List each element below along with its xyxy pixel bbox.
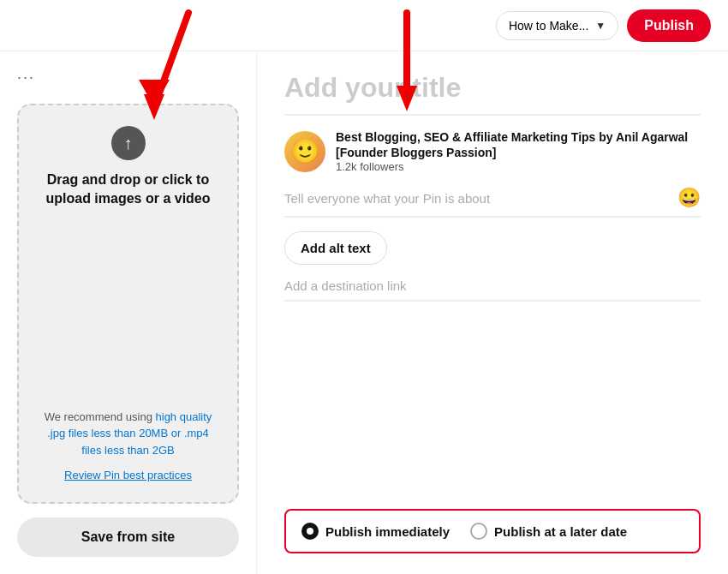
- description-row: 😀: [284, 187, 701, 218]
- right-panel: 🙂 Best Blogging, SEO & Affiliate Marketi…: [257, 51, 728, 574]
- board-selector[interactable]: How to Make... ▼: [496, 11, 618, 40]
- board-details: Best Blogging, SEO & Affiliate Marketing…: [336, 129, 701, 173]
- publish-immediately-option[interactable]: Publish immediately: [301, 523, 450, 540]
- publish-immediately-radio[interactable]: [301, 523, 319, 540]
- upload-area[interactable]: ↑ Drag and drop or click to upload image…: [17, 104, 239, 504]
- publish-later-label: Publish at a later date: [494, 524, 627, 539]
- more-options-icon[interactable]: ···: [17, 69, 239, 87]
- publish-button[interactable]: Publish: [627, 9, 711, 42]
- review-pin-best-practices-link[interactable]: Review Pin best practices: [64, 469, 192, 481]
- description-input[interactable]: [284, 191, 671, 206]
- save-from-site-button[interactable]: Save from site: [17, 517, 239, 557]
- left-panel: ··· ↑ Drag and drop or click to upload i…: [0, 51, 257, 574]
- publish-immediately-label: Publish immediately: [325, 524, 450, 539]
- upload-icon: ↑: [111, 126, 146, 160]
- board-info: 🙂 Best Blogging, SEO & Affiliate Marketi…: [284, 129, 701, 173]
- main-layout: ··· ↑ Drag and drop or click to upload i…: [0, 51, 728, 574]
- header: How to Make... ▼ Publish: [0, 0, 728, 51]
- publish-options: Publish immediately Publish at a later d…: [284, 509, 701, 553]
- upload-instruction-text: Drag and drop or click to upload images …: [39, 170, 217, 209]
- publish-later-option[interactable]: Publish at a later date: [470, 523, 627, 540]
- chevron-down-icon: ▼: [595, 20, 606, 32]
- emoji-picker-icon[interactable]: 😀: [677, 187, 701, 209]
- add-alt-text-button[interactable]: Add alt text: [284, 231, 387, 265]
- board-selector-label: How to Make...: [509, 19, 588, 33]
- followers-count: 1.2k followers: [336, 160, 701, 173]
- upload-hint-text: We recommend using high quality .jpg fil…: [39, 409, 217, 459]
- publish-later-radio[interactable]: [470, 523, 487, 540]
- title-input[interactable]: [284, 72, 701, 116]
- board-name: Best Blogging, SEO & Affiliate Marketing…: [336, 129, 701, 160]
- avatar: 🙂: [284, 131, 325, 172]
- destination-link-input[interactable]: [284, 278, 701, 302]
